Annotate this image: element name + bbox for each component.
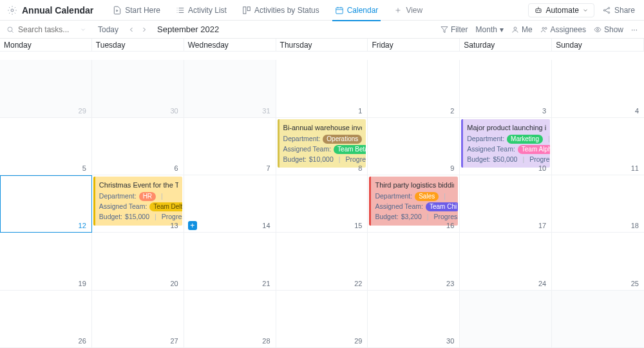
day-cell[interactable]: 7 [184,118,276,175]
next-month-button[interactable] [139,24,149,35]
day-number: 31 [262,107,270,115]
day-cell[interactable]: 28 [184,291,276,348]
eye-icon [594,26,601,34]
day-cell[interactable] [552,291,644,348]
day-cell[interactable]: 26 [0,291,92,348]
assignees-label: Assignees [551,25,586,34]
svg-rect-7 [243,6,246,14]
day-cell[interactable]: 4 [552,60,644,117]
day-number: 9 [450,164,454,172]
range-label: Month [476,25,497,34]
search-icon [6,26,14,34]
day-number: 20 [170,280,178,287]
day-cell[interactable]: Christmas Event for the Team Member Depa… [92,175,184,233]
day-cell[interactable]: 5 [0,118,92,175]
day-cell[interactable]: + 14 [184,175,276,233]
svg-point-24 [8,27,12,32]
day-cell[interactable]: Major product launching in New York C De… [460,118,552,175]
doc-play-icon [113,6,122,15]
budget-value: $50,000 [493,155,517,165]
day-cell-selected[interactable]: 12 [0,175,92,233]
tab-activity-list[interactable]: Activity List [169,0,233,21]
day-cell[interactable]: 27 [92,291,184,348]
automate-button[interactable]: Automate [528,3,594,17]
tab-calendar[interactable]: Calendar [328,0,385,21]
search-box[interactable] [6,25,84,34]
day-header: Tuesday [92,39,184,52]
day-cell[interactable]: 3 [460,60,552,117]
tab-label: Calendar [347,6,379,15]
today-button[interactable]: Today [98,25,118,34]
day-number: 15 [354,222,362,229]
search-input[interactable] [18,25,76,34]
add-task-button[interactable]: + [188,221,197,230]
day-number: 30 [170,107,178,115]
day-number: 11 [631,164,639,172]
day-cell[interactable]: 31 [184,60,276,117]
day-cell[interactable]: 15 [276,175,368,233]
day-cell[interactable]: 20 [92,233,184,290]
tab-start-here[interactable]: Start Here [106,0,167,21]
svg-point-17 [539,10,540,11]
department-label: Department: [283,134,321,144]
team-badge: Team Delta [149,202,182,211]
assignees-filter[interactable]: Assignees [540,25,586,34]
separator: | [339,155,341,165]
day-cell[interactable]: 30 [368,291,460,348]
event-card-warehouse[interactable]: Bi-annual warehouse inventory for spa De… [278,119,366,168]
calendar-grid: Monday Tuesday Wednesday Thursday Friday… [0,39,644,348]
filter-button[interactable]: Filter [440,25,468,34]
day-cell[interactable]: Bi-annual warehouse inventory for spa De… [276,118,368,175]
user-icon [511,26,519,34]
me-filter[interactable]: Me [511,25,533,34]
share-button[interactable]: Share [600,4,638,17]
day-cell[interactable]: Third party logistics bidding activity D… [368,175,460,233]
progress-label: Progress: [345,155,366,165]
day-cell[interactable]: 29 [0,60,92,117]
day-cell[interactable]: 19 [0,233,92,290]
day-cell[interactable]: 1 [276,60,368,117]
day-cell[interactable]: 24 [460,233,552,290]
budget-label: Budget: [467,155,490,165]
day-cell[interactable]: 11 [552,118,644,175]
more-menu[interactable]: ··· [631,25,638,34]
day-cell[interactable]: 17 [460,175,552,233]
day-number: 5 [82,164,86,172]
chevron-down-icon [582,7,589,14]
day-cell[interactable]: 29 [276,291,368,348]
day-cell[interactable]: 2 [368,60,460,117]
list-icon [176,6,185,15]
day-number: 6 [175,164,178,172]
day-cell[interactable]: 9 [368,118,460,175]
chevron-down-icon[interactable] [80,26,86,33]
day-cell[interactable]: 30 [92,60,184,117]
event-card-logistics[interactable]: Third party logistics bidding activity D… [369,177,458,226]
month-label: September 2022 [157,24,219,34]
day-cell[interactable]: 18 [552,175,644,233]
separator: | [444,191,446,202]
budget-label: Budget: [99,212,122,222]
range-dropdown[interactable]: Month ▾ [476,25,504,34]
day-header: Saturday [460,39,552,52]
tab-label: Activities by Status [254,6,319,15]
show-menu[interactable]: Show [594,25,623,34]
day-cell[interactable]: 25 [552,233,644,290]
day-cell[interactable]: 21 [184,233,276,290]
day-cell[interactable]: 6 [92,118,184,175]
tab-activities-by-status[interactable]: Activities by Status [236,0,326,21]
tab-add-view[interactable]: View [387,0,429,21]
team-badge: Team Chi [426,202,458,211]
event-title: Major product launching in New York C [467,122,546,133]
event-card-launch[interactable]: Major product launching in New York C De… [461,119,550,168]
day-number: 22 [354,280,362,287]
separator: | [161,191,163,202]
day-cell[interactable] [460,291,552,348]
day-cell[interactable]: 22 [276,233,368,290]
sub-toolbar: Today September 2022 Filter Month ▾ Me A… [0,21,644,39]
day-header: Friday [368,39,460,52]
day-cell[interactable]: 23 [368,233,460,290]
page-title-group[interactable]: Annual Calendar [6,5,93,16]
event-card-christmas[interactable]: Christmas Event for the Team Member Depa… [93,177,182,226]
board-icon [242,6,251,15]
prev-month-button[interactable] [126,24,137,35]
